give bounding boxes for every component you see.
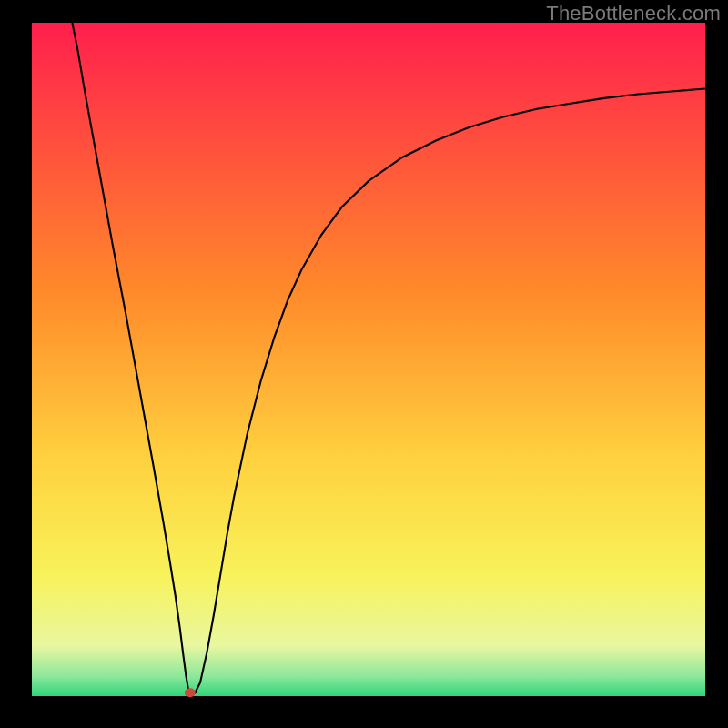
watermark-text: TheBottleneck.com [546, 2, 721, 25]
bottleneck-chart [0, 0, 728, 728]
chart-background-gradient [32, 23, 705, 696]
chart-container: TheBottleneck.com [0, 0, 728, 728]
optimum-marker [185, 688, 196, 697]
